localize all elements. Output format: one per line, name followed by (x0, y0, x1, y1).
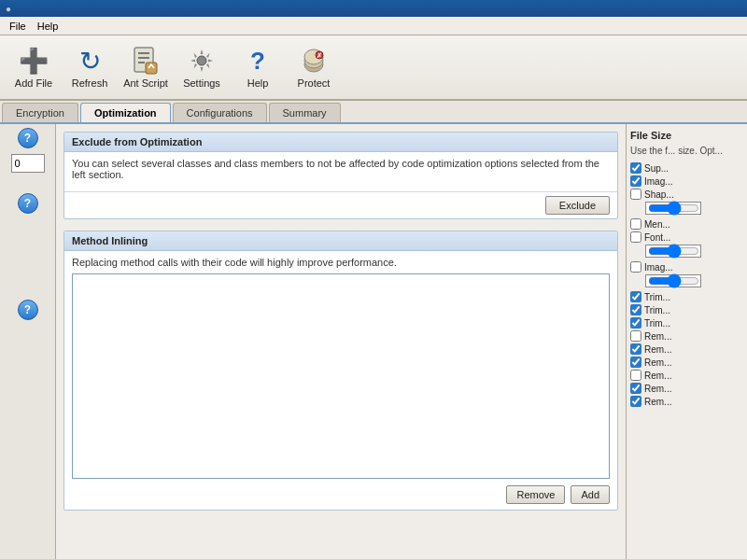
checkbox-rem3-input[interactable] (630, 357, 641, 368)
checkbox-rem2-input[interactable] (630, 343, 641, 355)
checkbox-rem5-label: Rem... (644, 384, 671, 394)
checkbox-mem: Men... (630, 218, 743, 230)
main-content: ? ? ? Exclude from Optimization You can … (0, 124, 747, 559)
checkbox-rem3-label: Rem... (644, 357, 671, 368)
exclude-section-body: You can select several classes and class… (64, 152, 617, 191)
add-button[interactable]: Add (571, 485, 610, 504)
checkbox-rem3: Rem... (630, 357, 743, 368)
checkbox-trim1-input[interactable] (630, 291, 641, 302)
slider-3-row (630, 274, 743, 287)
checkbox-trim3: Trim... (630, 317, 743, 329)
checkbox-imag1: Imag... (630, 175, 743, 187)
checkbox-rem5: Rem... (630, 383, 743, 394)
menu-bar: File Help (0, 17, 747, 35)
help-icon-3[interactable]: ? (18, 300, 38, 320)
checkbox-imag1-label: Imag... (644, 176, 673, 187)
help-icon-2[interactable]: ? (18, 193, 38, 214)
remove-button[interactable]: Remove (506, 485, 565, 504)
right-panel-title: File Size (630, 130, 743, 141)
help-icon-1[interactable]: ? (18, 128, 38, 148)
checkbox-mem-input[interactable] (630, 218, 641, 230)
checkbox-shap: Shap... (630, 189, 743, 200)
checkbox-trim2-input[interactable] (630, 304, 641, 315)
checkbox-font-input[interactable] (630, 231, 641, 243)
tab-summary[interactable]: Summary (269, 103, 341, 122)
checkbox-sup-label: Sup... (644, 163, 669, 174)
exclude-button[interactable]: Exclude (545, 196, 610, 215)
method-section-body: Replacing method calls with their code w… (64, 251, 617, 510)
add-file-button[interactable]: ➕ Add File (7, 39, 60, 95)
add-file-icon: ➕ (19, 46, 49, 76)
checkbox-font: Font... (630, 231, 743, 243)
tab-configurations[interactable]: Configurations (173, 103, 267, 122)
method-section-header: Method Inlining (64, 231, 617, 251)
exclude-section-header: Exclude from Optimization (64, 133, 617, 152)
center-panel: Exclude from Optimization You can select… (56, 124, 626, 559)
help-icon: ? (243, 46, 273, 76)
checkbox-imag2-label: Imag... (644, 262, 673, 273)
checkbox-trim3-input[interactable] (630, 317, 641, 329)
right-panel: File Size Use the f... size. Opt... Sup.… (626, 124, 747, 559)
checkbox-rem4: Rem... (630, 370, 743, 381)
refresh-button[interactable]: ↻ Refresh (63, 39, 116, 95)
protect-icon: ✗ (299, 46, 329, 76)
checkbox-rem4-label: Rem... (644, 371, 671, 381)
checkbox-trim1: Trim... (630, 291, 743, 302)
protect-button[interactable]: ✗ Protect (288, 39, 340, 95)
checkbox-shap-label: Shap... (644, 189, 674, 200)
menu-file[interactable]: File (4, 19, 32, 34)
checkbox-trim1-label: Trim... (644, 292, 670, 302)
settings-button[interactable]: Settings (176, 39, 228, 95)
checkbox-font-label: Font... (644, 232, 670, 243)
checkbox-shap-input[interactable] (630, 189, 641, 200)
slider-2-input[interactable] (648, 246, 699, 256)
checkbox-rem6-input[interactable] (630, 396, 641, 407)
slider-1-input[interactable] (648, 203, 699, 213)
title-bar: ● (0, 0, 747, 17)
checkbox-rem1: Rem... (630, 330, 743, 342)
slider-3[interactable] (645, 274, 701, 287)
title-text: ● (6, 4, 11, 14)
toolbar: ➕ Add File ↻ Refresh Ant Script (0, 35, 747, 101)
checkbox-rem6: Rem... (630, 396, 743, 407)
checkbox-sup: Sup... (630, 162, 743, 174)
checkbox-rem1-input[interactable] (630, 330, 641, 342)
method-footer: Remove Add (72, 482, 610, 504)
checkbox-imag1-input[interactable] (630, 175, 641, 187)
slider-2[interactable] (645, 245, 701, 258)
checkbox-imag2-input[interactable] (630, 261, 641, 273)
help-button[interactable]: ? Help (232, 39, 284, 95)
exclude-description: You can select several classes and class… (72, 158, 610, 180)
help-label: Help (247, 77, 269, 89)
slider-1[interactable] (645, 202, 701, 215)
method-description: Replacing method calls with their code w… (72, 257, 610, 268)
left-input-1[interactable] (11, 154, 45, 173)
add-file-label: Add File (15, 77, 52, 89)
method-textarea[interactable] (72, 273, 610, 479)
menu-help[interactable]: Help (32, 19, 64, 34)
tab-optimization[interactable]: Optimization (80, 103, 171, 122)
checkbox-trim3-label: Trim... (644, 318, 670, 329)
ant-script-label: Ant Script (123, 77, 168, 89)
checkbox-rem5-input[interactable] (630, 383, 641, 394)
checkbox-rem2-label: Rem... (644, 344, 671, 355)
slider-2-row (630, 245, 743, 258)
ant-script-button[interactable]: Ant Script (120, 39, 172, 95)
right-panel-desc: Use the f... size. Opt... (630, 145, 743, 157)
checkbox-sup-input[interactable] (630, 162, 641, 174)
slider-1-row (630, 202, 743, 215)
tabs-row: Encryption Optimization Configurations S… (0, 101, 747, 124)
checkbox-imag2: Imag... (630, 261, 743, 273)
exclude-section: Exclude from Optimization You can select… (63, 132, 618, 219)
refresh-icon: ↻ (75, 46, 105, 76)
settings-icon (187, 46, 217, 76)
slider-3-input[interactable] (648, 276, 699, 286)
exclude-section-footer: Exclude (64, 191, 617, 218)
settings-label: Settings (183, 77, 220, 89)
checkbox-rem4-input[interactable] (630, 370, 641, 381)
checkbox-rem2: Rem... (630, 343, 743, 355)
checkbox-trim2-label: Trim... (644, 305, 670, 315)
left-panel: ? ? ? (0, 124, 56, 559)
svg-text:✗: ✗ (317, 52, 322, 59)
tab-encryption[interactable]: Encryption (2, 103, 78, 122)
